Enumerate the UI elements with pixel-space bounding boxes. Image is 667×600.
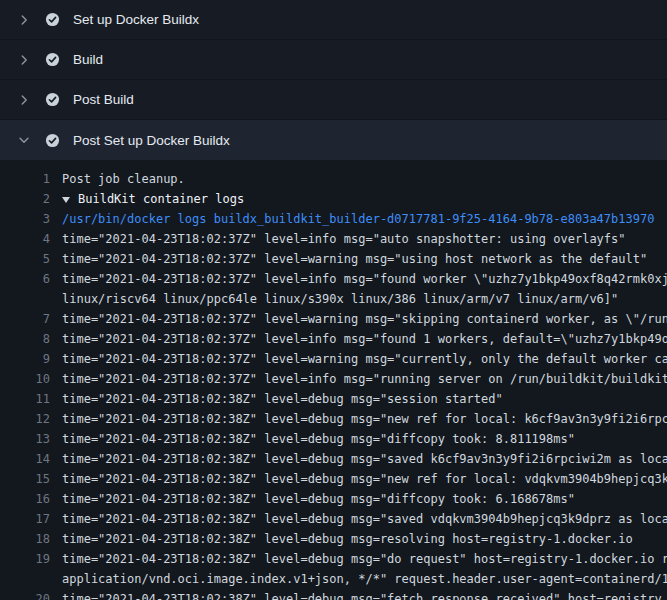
line-number	[0, 569, 50, 589]
log-text: time="2021-04-23T18:02:38Z" level=debug …	[62, 409, 667, 429]
log-row: 12 time="2021-04-23T18:02:38Z" level=deb…	[0, 409, 667, 429]
line-number[interactable]: 10	[0, 369, 50, 389]
line-number[interactable]: 3	[0, 209, 50, 229]
check-circle-icon	[45, 52, 60, 67]
log-text: time="2021-04-23T18:02:37Z" level=warnin…	[62, 349, 667, 369]
log-row: 20 time="2021-04-23T18:02:38Z" level=deb…	[0, 589, 667, 600]
log-row: 9 time="2021-04-23T18:02:37Z" level=warn…	[0, 349, 667, 369]
log-row: 13 time="2021-04-23T18:02:38Z" level=deb…	[0, 429, 667, 449]
log-text: time="2021-04-23T18:02:38Z" level=debug …	[62, 469, 667, 489]
log-row: linux/riscv64 linux/ppc64le linux/s390x …	[0, 289, 667, 309]
log-text: /usr/bin/docker logs buildx_buildkit_bui…	[62, 209, 654, 229]
log-row: 15 time="2021-04-23T18:02:38Z" level=deb…	[0, 469, 667, 489]
line-number[interactable]: 6	[0, 269, 50, 289]
log-row: 16 time="2021-04-23T18:02:38Z" level=deb…	[0, 489, 667, 509]
log-row: 2 BuildKit container logs	[0, 189, 667, 209]
line-number[interactable]: 12	[0, 409, 50, 429]
line-number[interactable]: 2	[0, 189, 50, 209]
step-label: Set up Docker Buildx	[73, 12, 199, 27]
line-number[interactable]: 11	[0, 389, 50, 409]
log-text: time="2021-04-23T18:02:37Z" level=warnin…	[62, 249, 647, 269]
chevron-icon	[16, 13, 32, 27]
log-row: 3 /usr/bin/docker logs buildx_buildkit_b…	[0, 209, 667, 229]
log-row: 14 time="2021-04-23T18:02:38Z" level=deb…	[0, 449, 667, 469]
log-row: 10 time="2021-04-23T18:02:37Z" level=inf…	[0, 369, 667, 389]
line-number[interactable]: 4	[0, 229, 50, 249]
line-number[interactable]: 15	[0, 469, 50, 489]
log-text: time="2021-04-23T18:02:37Z" level=info m…	[62, 369, 667, 389]
line-number	[0, 289, 50, 309]
line-number[interactable]: 17	[0, 509, 50, 529]
step-header-post-set-up-docker-buildx[interactable]: Post Set up Docker Buildx	[0, 120, 667, 160]
line-number[interactable]: 9	[0, 349, 50, 369]
log-text: application/vnd.oci.image.index.v1+json,…	[62, 569, 667, 589]
line-number[interactable]: 8	[0, 329, 50, 349]
log-row: application/vnd.oci.image.index.v1+json,…	[0, 569, 667, 589]
log-row: 8 time="2021-04-23T18:02:37Z" level=info…	[0, 329, 667, 349]
log-text: time="2021-04-23T18:02:37Z" level=info m…	[62, 229, 626, 249]
chevron-icon	[16, 93, 32, 107]
chevron-icon	[16, 133, 32, 147]
line-number[interactable]: 5	[0, 249, 50, 269]
log-text: linux/riscv64 linux/ppc64le linux/s390x …	[62, 289, 618, 309]
line-number[interactable]: 1	[0, 169, 50, 189]
log-text: time="2021-04-23T18:02:38Z" level=debug …	[62, 489, 575, 509]
steps-list: Set up Docker Buildx Build Post Buil	[0, 0, 667, 160]
log-group-toggle[interactable]: BuildKit container logs	[62, 189, 244, 209]
line-number[interactable]: 7	[0, 309, 50, 329]
chevron-icon	[16, 53, 32, 67]
line-number[interactable]: 14	[0, 449, 50, 469]
log-row: 18 time="2021-04-23T18:02:38Z" level=deb…	[0, 529, 667, 549]
log-container: 1 Post job cleanup. 2 BuildKit container…	[0, 160, 667, 600]
step-header-post-build[interactable]: Post Build	[0, 80, 667, 120]
log-text: time="2021-04-23T18:02:38Z" level=debug …	[62, 589, 662, 600]
log-row: 5 time="2021-04-23T18:02:37Z" level=warn…	[0, 249, 667, 269]
log-row: 19 time="2021-04-23T18:02:38Z" level=deb…	[0, 549, 667, 569]
log-text: time="2021-04-23T18:02:38Z" level=debug …	[62, 509, 667, 529]
step-label: Post Set up Docker Buildx	[73, 133, 230, 148]
line-number[interactable]: 18	[0, 529, 50, 549]
line-number[interactable]: 16	[0, 489, 50, 509]
line-number[interactable]: 19	[0, 549, 50, 569]
step-label: Build	[73, 52, 103, 67]
step-label: Post Build	[73, 92, 134, 107]
line-number[interactable]: 20	[0, 589, 50, 600]
log-row: 4 time="2021-04-23T18:02:37Z" level=info…	[0, 229, 667, 249]
step-header-set-up-docker-buildx[interactable]: Set up Docker Buildx	[0, 0, 667, 40]
log-text: time="2021-04-23T18:02:37Z" level=info m…	[62, 329, 667, 349]
check-circle-icon	[45, 92, 60, 107]
log-text: time="2021-04-23T18:02:37Z" level=warnin…	[62, 309, 667, 329]
log-row: 11 time="2021-04-23T18:02:38Z" level=deb…	[0, 389, 667, 409]
group-collapse-triangle-icon[interactable]	[62, 197, 70, 203]
workflow-log-pane: Set up Docker Buildx Build Post Buil	[0, 0, 667, 600]
check-circle-icon	[45, 12, 60, 27]
log-row: 1 Post job cleanup.	[0, 169, 667, 189]
log-text: time="2021-04-23T18:02:38Z" level=debug …	[62, 449, 667, 469]
log-row: 6 time="2021-04-23T18:02:37Z" level=info…	[0, 269, 667, 289]
log-text: time="2021-04-23T18:02:38Z" level=debug …	[62, 429, 575, 449]
log-text: time="2021-04-23T18:02:38Z" level=debug …	[62, 529, 633, 549]
line-number[interactable]: 13	[0, 429, 50, 449]
check-circle-icon	[45, 133, 60, 148]
log-text: time="2021-04-23T18:02:38Z" level=debug …	[62, 549, 667, 569]
log-row: 7 time="2021-04-23T18:02:37Z" level=warn…	[0, 309, 667, 329]
log-row: 17 time="2021-04-23T18:02:38Z" level=deb…	[0, 509, 667, 529]
log-text: time="2021-04-23T18:02:38Z" level=debug …	[62, 389, 503, 409]
step-header-build[interactable]: Build	[0, 40, 667, 80]
log-text: Post job cleanup.	[62, 169, 185, 189]
log-text: time="2021-04-23T18:02:37Z" level=info m…	[62, 269, 667, 289]
